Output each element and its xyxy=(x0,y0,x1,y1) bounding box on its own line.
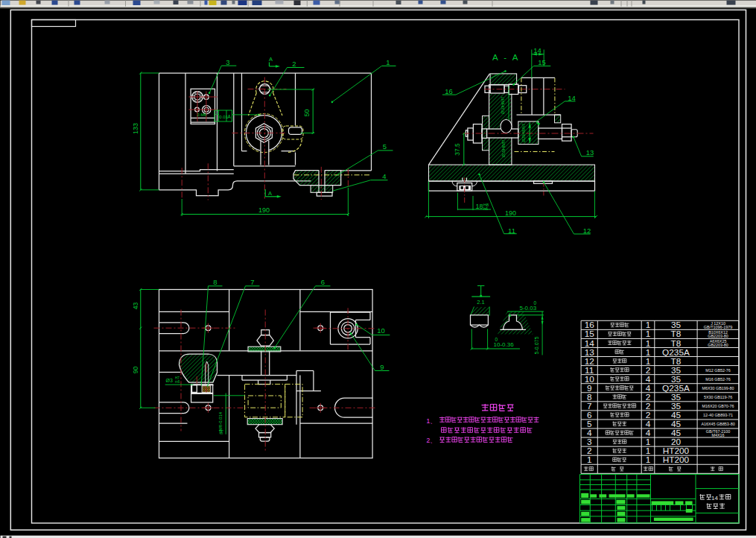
svg-text:A: A xyxy=(228,114,232,119)
svg-text:90: 90 xyxy=(132,367,139,374)
svg-text:Ø25H8/h7: Ø25H8/h7 xyxy=(521,124,526,142)
svg-text:Ø15H8/f7: Ø15H8/f7 xyxy=(501,140,506,158)
svg-text:1: 1 xyxy=(386,58,390,66)
svg-text:M12 GB52-76: M12 GB52-76 xyxy=(705,368,731,373)
svg-text:18: 18 xyxy=(476,203,483,210)
svg-text:A: A xyxy=(269,56,273,63)
svg-text:1、: 1、 xyxy=(427,417,436,425)
svg-text:5-0.075: 5-0.075 xyxy=(534,337,539,355)
svg-text:50: 50 xyxy=(303,109,311,116)
svg-text:1: 1 xyxy=(646,455,651,465)
svg-text:GB/T1096-1979: GB/T1096-1979 xyxy=(704,325,732,329)
svg-text:GB2203-80: GB2203-80 xyxy=(708,334,728,338)
svg-text:Ø10H8/f7: Ø10H8/f7 xyxy=(501,97,505,115)
svg-text:37.5: 37.5 xyxy=(454,143,461,156)
svg-text:GB2203-80: GB2203-80 xyxy=(708,343,728,347)
svg-text:Ø3: Ø3 xyxy=(166,378,173,383)
svg-text:M6X30 GB199-80: M6X30 GB199-80 xyxy=(702,386,734,390)
svg-text:5-0.03: 5-0.03 xyxy=(520,305,537,311)
svg-text:5X30 GB119-76: 5X30 GB119-76 xyxy=(704,395,732,399)
svg-text:14: 14 xyxy=(533,46,541,54)
svg-text:4: 4 xyxy=(382,172,386,180)
svg-text:2.1: 2.1 xyxy=(477,299,484,306)
svg-text:11: 11 xyxy=(508,227,515,235)
svg-text:9: 9 xyxy=(380,363,384,371)
svg-text:16: 16 xyxy=(445,87,453,95)
svg-text:A16X45 GB853-80: A16X45 GB853-80 xyxy=(701,422,734,426)
svg-text:1: 1 xyxy=(587,455,592,465)
svg-text:h6: h6 xyxy=(483,206,488,211)
svg-text:A: A xyxy=(268,190,272,197)
svg-text:5: 5 xyxy=(383,142,387,151)
svg-text:7: 7 xyxy=(250,278,254,286)
svg-text:M16X20 GB70-76: M16X20 GB70-76 xyxy=(702,404,734,408)
svg-text:M16 GB52-76: M16 GB52-76 xyxy=(705,377,731,382)
svg-text:12-40 GB893-71: 12-40 GB893-71 xyxy=(703,413,733,417)
svg-text:133: 133 xyxy=(132,123,139,134)
svg-text:2-M6: 2-M6 xyxy=(197,113,207,117)
svg-text:13: 13 xyxy=(586,148,594,156)
svg-text:2、: 2、 xyxy=(427,437,436,444)
svg-text:A - A: A - A xyxy=(492,53,520,62)
svg-text:m6: m6 xyxy=(175,380,180,384)
svg-text:8: 8 xyxy=(213,278,217,286)
svg-text:2: 2 xyxy=(292,60,296,68)
svg-text:15: 15 xyxy=(538,58,546,66)
svg-text:10-0.36: 10-0.36 xyxy=(494,341,515,348)
svg-text:190: 190 xyxy=(505,209,516,217)
svg-text:6: 6 xyxy=(321,278,325,286)
svg-text:10: 10 xyxy=(377,326,385,335)
svg-text:HT200: HT200 xyxy=(663,455,690,465)
svg-text:190: 190 xyxy=(258,206,270,214)
svg-text:M8-0.014: M8-0.014 xyxy=(218,411,223,431)
svg-text:14: 14 xyxy=(711,495,718,501)
svg-text:43: 43 xyxy=(132,303,139,310)
svg-text:3: 3 xyxy=(226,58,229,66)
svg-text:12: 12 xyxy=(583,227,591,235)
svg-text:M4X16: M4X16 xyxy=(712,433,725,437)
